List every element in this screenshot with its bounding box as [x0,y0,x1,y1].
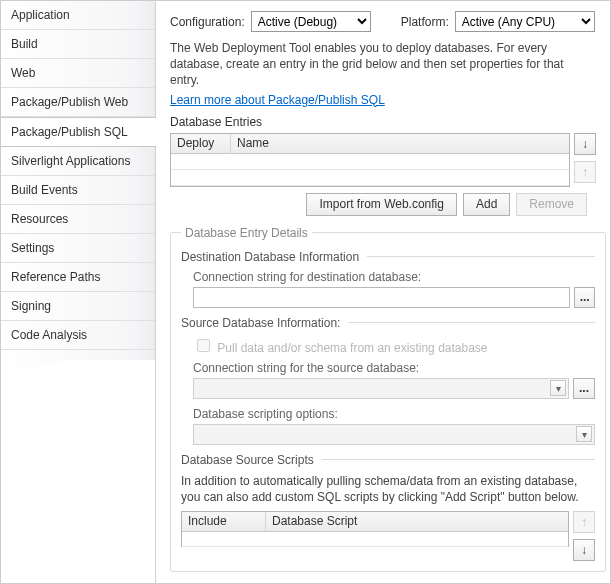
sidebar-item-silverlight[interactable]: Silverlight Applications [1,147,155,176]
db-entry-details-legend: Database Entry Details [181,226,312,240]
sidebar-item-package-publish-web[interactable]: Package/Publish Web [1,88,155,117]
arrow-up-icon: ↑ [582,165,588,179]
sidebar-item-resources[interactable]: Resources [1,205,155,234]
move-down-button[interactable]: ↓ [574,133,596,155]
db-scripts-desc: In addition to automatically pulling sch… [181,473,595,505]
src-conn-combo[interactable]: ▾ [193,378,569,399]
src-conn-browse-button[interactable]: ... [573,378,595,399]
content-pane: Configuration: Active (Debug) Platform: … [156,1,610,583]
db-entries-grid[interactable]: Deploy Name [170,133,570,187]
pull-data-checkbox-label: Pull data and/or schema from an existing… [193,341,488,355]
platform-select[interactable]: Active (Any CPU) [455,11,595,32]
db-entries-title: Database Entries [170,115,596,129]
script-move-down-button[interactable]: ↓ [573,539,595,561]
col-name[interactable]: Name [231,134,569,153]
sidebar-item-build[interactable]: Build [1,30,155,59]
config-row: Configuration: Active (Debug) Platform: … [170,11,596,32]
table-row[interactable] [171,170,569,186]
col-include[interactable]: Include [182,512,266,531]
script-opts-combo[interactable]: ▾ [193,424,595,445]
col-db-script[interactable]: Database Script [266,512,568,531]
script-move-up-button: ↑ [573,511,595,533]
sidebar-item-web[interactable]: Web [1,59,155,88]
dest-db-subhead: Destination Database Information [181,250,595,264]
src-db-subhead: Source Database Information: [181,316,595,330]
sidebar-item-application[interactable]: Application [1,1,155,30]
intro-text: The Web Deployment Tool enables you to d… [170,40,596,89]
property-tabs-sidebar: Application Build Web Package/Publish We… [1,1,156,583]
db-entry-details-group: Database Entry Details Destination Datab… [170,226,606,572]
arrow-down-icon: ↓ [582,137,588,151]
remove-entry-button: Remove [516,193,587,216]
col-deploy[interactable]: Deploy [171,134,231,153]
sidebar-item-reference-paths[interactable]: Reference Paths [1,263,155,292]
src-conn-label: Connection string for the source databas… [193,361,595,375]
chevron-down-icon: ▾ [576,426,592,442]
db-scripts-header: Include Database Script [182,512,568,532]
chevron-down-icon: ▾ [550,380,566,396]
sidebar-item-package-publish-sql[interactable]: Package/Publish SQL [1,117,156,147]
table-row[interactable] [182,532,568,547]
configuration-label: Configuration: [170,15,245,29]
db-entries-rows [171,154,569,186]
import-webconfig-button[interactable]: Import from Web.config [306,193,457,216]
platform-label: Platform: [401,15,449,29]
dest-conn-browse-button[interactable]: ... [574,287,595,308]
db-entries-header: Deploy Name [171,134,569,154]
dest-conn-input[interactable] [193,287,570,308]
dest-conn-label: Connection string for destination databa… [193,270,595,284]
script-opts-label: Database scripting options: [193,407,595,421]
sidebar-item-code-analysis[interactable]: Code Analysis [1,321,155,350]
pull-data-checkbox [197,339,210,352]
sidebar-item-signing[interactable]: Signing [1,292,155,321]
arrow-down-icon: ↓ [581,543,587,557]
arrow-up-icon: ↑ [581,515,587,529]
configuration-select[interactable]: Active (Debug) [251,11,371,32]
sidebar-item-settings[interactable]: Settings [1,234,155,263]
db-scripts-subhead: Database Source Scripts [181,453,595,467]
sidebar-spacer [1,350,155,583]
move-up-button[interactable]: ↑ [574,161,596,183]
sidebar-item-build-events[interactable]: Build Events [1,176,155,205]
project-properties-window: Application Build Web Package/Publish We… [0,0,611,584]
add-entry-button[interactable]: Add [463,193,510,216]
learn-more-link[interactable]: Learn more about Package/Publish SQL [170,93,385,107]
db-scripts-grid[interactable]: Include Database Script [181,511,569,547]
table-row[interactable] [171,154,569,170]
